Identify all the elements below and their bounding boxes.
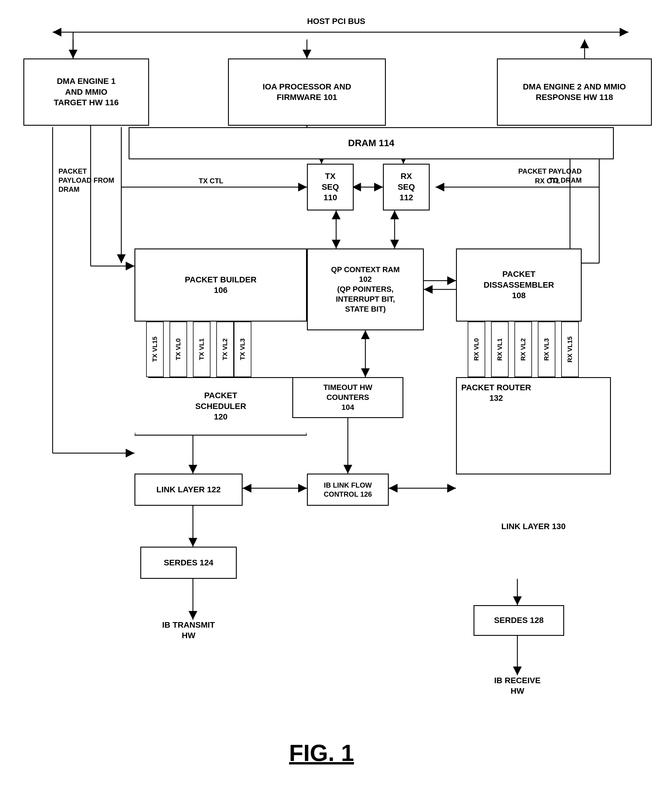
fig-label: FIG. 1 bbox=[219, 740, 424, 767]
ioa-processor-box: IOA PROCESSOR AND FIRMWARE 101 bbox=[228, 58, 386, 126]
svg-marker-62 bbox=[447, 484, 456, 492]
serdes-128-box: SERDES 128 bbox=[474, 605, 564, 636]
svg-marker-59 bbox=[243, 484, 251, 492]
tx-vl1-box: TX VL1 bbox=[193, 322, 211, 377]
svg-marker-39 bbox=[126, 262, 135, 270]
svg-marker-30 bbox=[390, 211, 399, 219]
packet-scheduler-box: PACKET SCHEDULER 120 bbox=[135, 377, 307, 436]
rx-vl3-box: RX VL3 bbox=[538, 322, 555, 377]
ib-transmit-label: IB TRANSMIT HW bbox=[140, 620, 237, 641]
svg-marker-65 bbox=[344, 465, 352, 474]
host-pci-bus-label: HOST PCI BUS bbox=[248, 16, 424, 27]
tx-seq-box: TX SEQ 110 bbox=[307, 164, 354, 211]
dram-box: DRAM 114 bbox=[129, 127, 614, 159]
tx-vl2-box: TX VL2 bbox=[216, 322, 234, 377]
svg-marker-11 bbox=[580, 39, 589, 48]
qp-context-ram-box: QP CONTEXT RAM 102 (QP POINTERS, INTERRU… bbox=[307, 248, 424, 330]
svg-marker-41 bbox=[117, 254, 126, 263]
svg-marker-53 bbox=[188, 465, 197, 474]
ib-link-flow-box: IB LINK FLOW CONTROL 126 bbox=[307, 474, 389, 506]
svg-marker-67 bbox=[513, 597, 522, 605]
packet-disassembler-box: PACKET DISSASSEMBLER 108 bbox=[456, 248, 582, 322]
svg-marker-27 bbox=[332, 211, 341, 219]
svg-marker-63 bbox=[389, 484, 397, 492]
rx-vl0-box: RX VL0 bbox=[468, 322, 485, 377]
svg-marker-73 bbox=[424, 285, 432, 294]
tx-ctl-label: TX CTL bbox=[199, 177, 223, 185]
diagram-container: HOST PCI BUS DMA ENGINE 1 AND MMIO TARGE… bbox=[0, 0, 672, 801]
rx-ctl-label: RX CTL bbox=[535, 177, 560, 185]
svg-marker-32 bbox=[361, 368, 370, 377]
svg-marker-29 bbox=[390, 240, 399, 248]
tx-vl0-box: TX VL0 bbox=[170, 322, 187, 377]
packet-payload-from-label: PACKET PAYLOAD FROM DRAM bbox=[58, 167, 117, 194]
svg-marker-24 bbox=[374, 183, 383, 191]
svg-marker-90 bbox=[436, 183, 444, 191]
tx-vl15-box: TX VL15 bbox=[146, 322, 164, 377]
rx-vl15-box: RX VL15 bbox=[561, 322, 579, 377]
svg-marker-55 bbox=[188, 538, 197, 547]
svg-marker-95 bbox=[298, 183, 307, 191]
svg-marker-15 bbox=[302, 50, 311, 58]
tx-vl3-box: TX VL3 bbox=[234, 322, 251, 377]
link-layer-122-box: LINK LAYER 122 bbox=[135, 474, 243, 506]
timeout-hw-box: TIMEOUT HW COUNTERS 104 bbox=[292, 377, 404, 418]
svg-marker-2 bbox=[620, 28, 629, 37]
svg-marker-6 bbox=[69, 50, 77, 58]
ib-receive-label: IB RECEIVE HW bbox=[476, 675, 558, 696]
svg-marker-26 bbox=[332, 240, 341, 248]
dma-engine-1-box: DMA ENGINE 1 AND MMIO TARGET HW 116 bbox=[23, 58, 149, 126]
svg-marker-85 bbox=[447, 276, 456, 285]
svg-marker-1 bbox=[53, 28, 61, 37]
svg-marker-57 bbox=[188, 611, 197, 620]
svg-marker-93 bbox=[126, 449, 135, 457]
rx-vl2-box: RX VL2 bbox=[514, 322, 532, 377]
dma-engine-2-box: DMA ENGINE 2 AND MMIO RESPONSE HW 118 bbox=[497, 58, 652, 126]
packet-builder-box: PACKET BUILDER 106 bbox=[135, 248, 307, 322]
svg-marker-33 bbox=[361, 330, 370, 339]
svg-marker-60 bbox=[298, 484, 307, 492]
rx-seq-box: RX SEQ 112 bbox=[383, 164, 430, 211]
link-layer-130-box: LINK LAYER 130 bbox=[456, 474, 611, 579]
serdes-124-box: SERDES 124 bbox=[140, 547, 237, 579]
svg-marker-69 bbox=[513, 666, 522, 675]
rx-vl1-box: RX VL1 bbox=[491, 322, 509, 377]
